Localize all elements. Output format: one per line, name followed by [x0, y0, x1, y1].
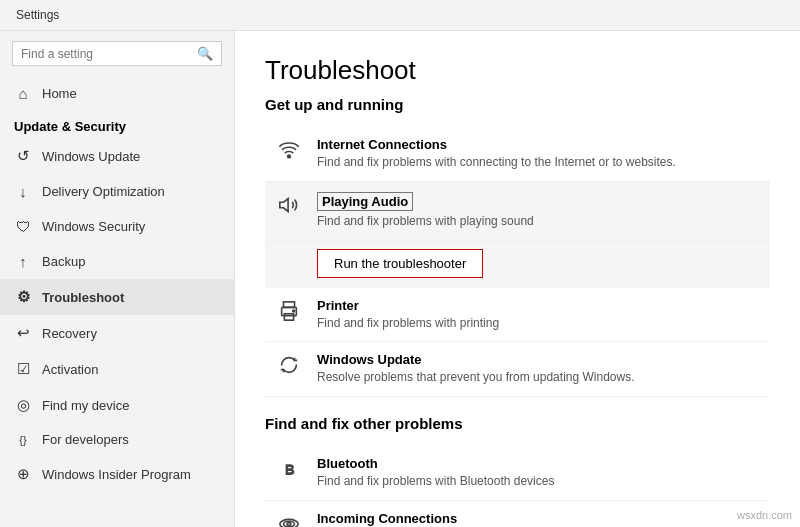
- title-bar-label: Settings: [16, 8, 59, 22]
- windows-update-troubleshoot-content: Windows Update Resolve problems that pre…: [317, 352, 760, 386]
- sidebar-item-windows-update[interactable]: ↺ Windows Update: [0, 138, 234, 174]
- sidebar-item-backup-label: Backup: [42, 254, 85, 269]
- windows-update-icon: ↺: [14, 147, 32, 165]
- sidebar-item-windows-insider[interactable]: ⊕ Windows Insider Program: [0, 456, 234, 492]
- sidebar-item-backup[interactable]: ↑ Backup: [0, 244, 234, 279]
- page-title: Troubleshoot: [265, 55, 770, 86]
- recovery-icon: ↩: [14, 324, 32, 342]
- troubleshoot-item-audio[interactable]: Playing Audio Find and fix problems with…: [265, 182, 770, 241]
- get-up-running-header: Get up and running: [265, 96, 770, 113]
- windows-update-troubleshoot-icon: [275, 354, 303, 381]
- run-troubleshooter-button[interactable]: Run the troubleshooter: [317, 249, 483, 278]
- printer-name: Printer: [317, 298, 760, 313]
- troubleshoot-item-incoming[interactable]: Incoming Connections Find and fix proble…: [265, 501, 770, 527]
- search-input[interactable]: [21, 47, 197, 61]
- incoming-connections-content: Incoming Connections Find and fix proble…: [317, 511, 760, 527]
- title-bar: Settings: [0, 0, 800, 31]
- home-icon: ⌂: [14, 85, 32, 102]
- svg-rect-4: [284, 313, 293, 319]
- svg-point-0: [288, 155, 291, 158]
- incoming-connections-icon: [275, 513, 303, 527]
- bluetooth-name: Bluetooth: [317, 456, 760, 471]
- find-my-device-icon: ◎: [14, 396, 32, 414]
- sidebar-item-activation-label: Activation: [42, 362, 98, 377]
- troubleshoot-item-printer[interactable]: Printer Find and fix problems with print…: [265, 288, 770, 343]
- sidebar-item-windows-insider-label: Windows Insider Program: [42, 467, 191, 482]
- printer-content: Printer Find and fix problems with print…: [317, 298, 760, 332]
- sidebar-item-delivery-optimization[interactable]: ↓ Delivery Optimization: [0, 174, 234, 209]
- run-btn-row: Run the troubleshooter: [265, 241, 770, 288]
- bluetooth-icon: ʙ: [275, 458, 303, 480]
- for-developers-icon: {}: [14, 434, 32, 446]
- incoming-connections-name: Incoming Connections: [317, 511, 760, 526]
- sidebar-item-delivery-optimization-label: Delivery Optimization: [42, 184, 165, 199]
- sidebar-item-windows-security[interactable]: 🛡 Windows Security: [0, 209, 234, 244]
- sidebar-section-title: Update & Security: [0, 111, 234, 138]
- svg-rect-2: [284, 301, 295, 307]
- svg-marker-1: [280, 198, 288, 211]
- playing-audio-name: Playing Audio: [317, 192, 413, 211]
- find-fix-header: Find and fix other problems: [265, 415, 770, 432]
- windows-security-icon: 🛡: [14, 218, 32, 235]
- sidebar-item-recovery[interactable]: ↩ Recovery: [0, 315, 234, 351]
- search-icon: 🔍: [197, 46, 213, 61]
- printer-icon: [275, 300, 303, 327]
- troubleshoot-item-winupdate[interactable]: Windows Update Resolve problems that pre…: [265, 342, 770, 397]
- sidebar-item-home-label: Home: [42, 86, 77, 101]
- search-box[interactable]: 🔍: [12, 41, 222, 66]
- backup-icon: ↑: [14, 253, 32, 270]
- windows-update-troubleshoot-name: Windows Update: [317, 352, 760, 367]
- sidebar-item-find-my-device-label: Find my device: [42, 398, 129, 413]
- printer-desc: Find and fix problems with printing: [317, 315, 760, 332]
- internet-connections-desc: Find and fix problems with connecting to…: [317, 154, 760, 171]
- sidebar-item-for-developers[interactable]: {} For developers: [0, 423, 234, 456]
- windows-insider-icon: ⊕: [14, 465, 32, 483]
- sidebar-item-windows-security-label: Windows Security: [42, 219, 145, 234]
- sidebar-item-find-my-device[interactable]: ◎ Find my device: [0, 387, 234, 423]
- sidebar-item-home[interactable]: ⌂ Home: [0, 76, 234, 111]
- sidebar-item-windows-update-label: Windows Update: [42, 149, 140, 164]
- sidebar-item-troubleshoot[interactable]: ⚙ Troubleshoot: [0, 279, 234, 315]
- troubleshoot-item-internet[interactable]: Internet Connections Find and fix proble…: [265, 127, 770, 182]
- watermark: wsxdn.com: [737, 509, 792, 521]
- delivery-optimization-icon: ↓: [14, 183, 32, 200]
- svg-point-8: [287, 523, 291, 526]
- troubleshoot-icon: ⚙: [14, 288, 32, 306]
- bluetooth-desc: Find and fix problems with Bluetooth dev…: [317, 473, 760, 490]
- playing-audio-icon: [275, 194, 303, 221]
- content-area: Troubleshoot Get up and running Internet…: [235, 31, 800, 527]
- find-fix-section: Find and fix other problems ʙ Bluetooth …: [265, 415, 770, 527]
- internet-connections-content: Internet Connections Find and fix proble…: [317, 137, 760, 171]
- svg-point-5: [293, 310, 295, 312]
- internet-connections-name: Internet Connections: [317, 137, 760, 152]
- playing-audio-content: Playing Audio Find and fix problems with…: [317, 192, 760, 230]
- playing-audio-desc: Find and fix problems with playing sound: [317, 213, 760, 230]
- sidebar-item-recovery-label: Recovery: [42, 326, 97, 341]
- sidebar-item-for-developers-label: For developers: [42, 432, 129, 447]
- internet-connections-icon: [275, 139, 303, 166]
- sidebar-item-troubleshoot-label: Troubleshoot: [42, 290, 124, 305]
- main-container: 🔍 ⌂ Home Update & Security ↺ Windows Upd…: [0, 31, 800, 527]
- troubleshoot-item-bluetooth[interactable]: ʙ Bluetooth Find and fix problems with B…: [265, 446, 770, 501]
- sidebar: 🔍 ⌂ Home Update & Security ↺ Windows Upd…: [0, 31, 235, 527]
- windows-update-troubleshoot-desc: Resolve problems that prevent you from u…: [317, 369, 760, 386]
- sidebar-item-activation[interactable]: ☑ Activation: [0, 351, 234, 387]
- activation-icon: ☑: [14, 360, 32, 378]
- bluetooth-content: Bluetooth Find and fix problems with Blu…: [317, 456, 760, 490]
